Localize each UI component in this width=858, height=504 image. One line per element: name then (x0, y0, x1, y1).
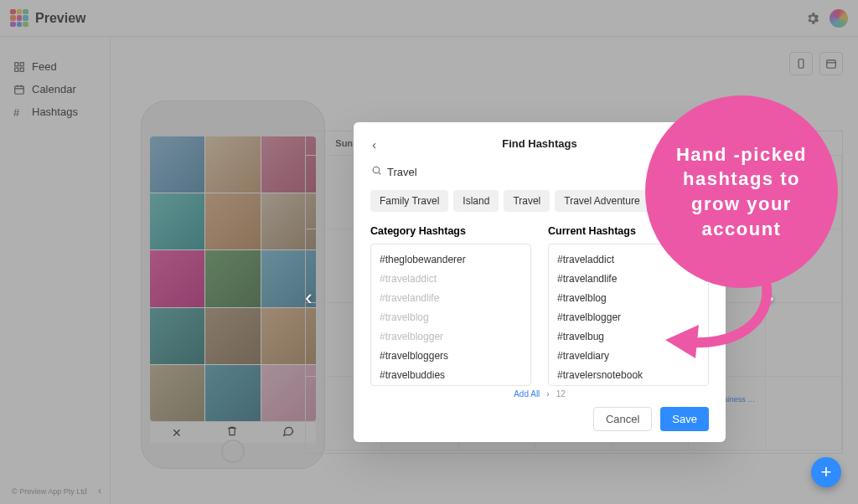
hashtag-item[interactable]: #travelbuddies (380, 365, 522, 384)
search-icon (371, 165, 382, 178)
hashtag-item[interactable]: #travelblog (380, 307, 522, 327)
category-tag-list[interactable]: #theglobewanderer#traveladdict#traveland… (370, 244, 531, 386)
svg-point-7 (373, 167, 380, 173)
hashtag-item[interactable]: #traveladdict (380, 269, 522, 288)
hashtag-item[interactable]: #travelersnotebook (557, 365, 700, 384)
shell: Feed Calendar # Hashtags © Preview App P… (0, 37, 858, 504)
carousel-prev-icon[interactable]: ‹ (305, 285, 313, 311)
hashtag-item[interactable]: #travelbloggers (380, 346, 522, 365)
calendar-cell[interactable] (766, 303, 842, 377)
svg-rect-2 (15, 68, 18, 71)
category-chip[interactable]: Island (453, 190, 499, 212)
category-chip[interactable]: Travel (504, 190, 550, 212)
sidebar-item-label: Feed (32, 60, 57, 73)
topbar-right (804, 9, 848, 28)
cancel-button[interactable]: Cancel (593, 407, 652, 431)
phone-view-button[interactable] (789, 52, 813, 75)
hashtag-columns: Category Hashtags #theglobewanderer#trav… (370, 225, 709, 386)
close-icon[interactable]: ✕ (172, 426, 182, 440)
app-title: Preview (35, 11, 85, 26)
calendar-view-button[interactable] (819, 52, 843, 75)
phone-feed-grid (150, 136, 316, 421)
back-icon[interactable]: ‹ (372, 137, 376, 152)
feed-thumb[interactable] (150, 136, 204, 193)
modal-footer: Cancel Save (370, 407, 709, 431)
hashtag-item[interactable]: #travelblogger (380, 327, 522, 346)
hashtag-item[interactable]: #traveldiary (557, 346, 700, 365)
hashtag-item[interactable]: #travelblog (557, 288, 700, 307)
carousel-next-icon[interactable]: › (767, 285, 774, 311)
svg-rect-6 (827, 60, 836, 68)
app-logo (10, 9, 28, 28)
sidebar-item-label: Hashtags (32, 105, 78, 118)
column-title: Category Hashtags (370, 225, 531, 237)
feed-thumb[interactable] (150, 365, 204, 421)
feed-thumb[interactable] (205, 250, 260, 306)
sidebar: Feed Calendar # Hashtags © Preview App P… (0, 37, 111, 504)
hashtag-item[interactable]: #theglobewanderer (380, 249, 522, 269)
sidebar-item-label: Calendar (32, 83, 76, 95)
promo-badge-text: Hand -picked hashtags to grow your accou… (665, 142, 818, 242)
add-all-row: Add All › 12 (370, 389, 709, 399)
save-button[interactable]: Save (660, 407, 709, 431)
hashtag-item[interactable]: #travelbug (557, 327, 700, 346)
home-button-icon (221, 440, 245, 463)
svg-rect-3 (20, 68, 23, 71)
sidebar-item-hashtags[interactable]: # Hashtags (13, 100, 110, 123)
hashtag-item[interactable]: #travelblogger (557, 307, 700, 327)
copyright: © Preview App Pty Ltd (12, 487, 87, 496)
avatar[interactable] (830, 9, 848, 28)
feed-thumb[interactable] (150, 250, 204, 306)
category-chip[interactable]: Family Travel (370, 190, 448, 212)
category-chip[interactable]: Travel Adventure (555, 190, 649, 212)
svg-rect-1 (20, 62, 23, 65)
add-fab[interactable]: + (811, 457, 841, 487)
svg-rect-5 (799, 59, 804, 69)
calendar-cell[interactable] (766, 377, 842, 450)
svg-rect-0 (15, 62, 18, 65)
hashtag-item[interactable]: #traveljournal (557, 384, 700, 386)
feed-thumb[interactable] (205, 193, 260, 249)
comment-icon[interactable] (282, 425, 294, 440)
category-hashtags-column: Category Hashtags #theglobewanderer#trav… (370, 225, 531, 386)
view-toolbar (789, 52, 843, 75)
gear-icon[interactable] (804, 10, 821, 27)
sidebar-collapse-icon[interactable]: ‹ (98, 485, 101, 496)
feed-thumb[interactable] (205, 136, 260, 193)
feed-thumb[interactable] (205, 308, 260, 364)
promo-badge: Hand -picked hashtags to grow your accou… (645, 95, 838, 288)
current-count: 12 (556, 389, 566, 399)
sidebar-item-feed[interactable]: Feed (13, 55, 110, 78)
hashtag-item[interactable]: #travelandlife (557, 269, 700, 288)
topbar: Preview (0, 0, 858, 37)
chevron-right-icon: › (546, 389, 549, 399)
add-all-button[interactable]: Add All (514, 389, 540, 399)
trash-icon[interactable] (226, 425, 238, 440)
modal-title: Find Hashtags (502, 137, 577, 150)
feed-thumb[interactable] (150, 308, 204, 364)
feed-thumb[interactable] (205, 365, 260, 421)
brand: Preview (10, 9, 85, 28)
phone-preview: ✕ (141, 100, 325, 469)
hash-icon: # (13, 106, 25, 118)
feed-thumb[interactable] (150, 193, 204, 249)
svg-rect-4 (15, 85, 24, 93)
hashtag-item[interactable]: #travelbug (380, 384, 522, 386)
hashtag-item[interactable]: #travelandlife (380, 288, 522, 307)
content: ✕ SunMonTueWedThuFriSat Tongue14151621He… (111, 37, 858, 504)
sidebar-item-calendar[interactable]: Calendar (13, 78, 110, 100)
